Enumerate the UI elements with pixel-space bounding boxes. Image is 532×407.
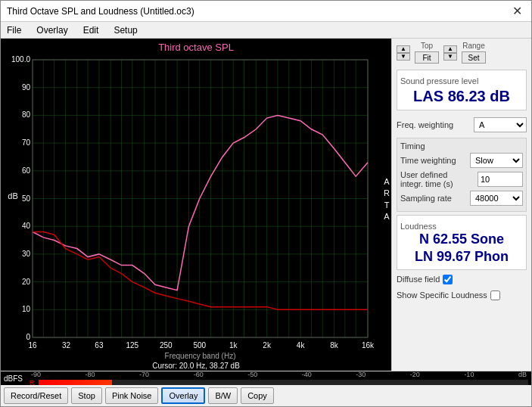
time-weighting-row: Time weighting Slow Fast Impulse xyxy=(400,153,523,168)
bw-button[interactable]: B/W xyxy=(208,387,238,404)
loudness-phon: LN 99.67 Phon xyxy=(400,248,523,266)
record-reset-button[interactable]: Record/Reset xyxy=(4,387,68,404)
sampling-rate-label: Sampling rate xyxy=(400,194,452,203)
cursor-info: Cursor: 20.0 Hz, 38.27 dB xyxy=(1,361,391,371)
spl-section-label: Sound pressure level xyxy=(400,76,523,85)
chart-container: Third octave SPL A R T A xyxy=(1,39,391,361)
stop-button[interactable]: Stop xyxy=(71,387,102,404)
level-bar-r xyxy=(39,380,528,385)
copy-button[interactable]: Copy xyxy=(241,387,274,404)
freq-weighting-row: Freq. weighting A B C Z xyxy=(397,117,527,132)
spectrum-chart xyxy=(1,39,383,361)
diffuse-field-checkbox[interactable] xyxy=(443,275,453,284)
top-down-button[interactable]: ▼ xyxy=(397,53,410,61)
diffuse-field-label: Diffuse field xyxy=(397,275,440,284)
loudness-title: Loudness xyxy=(400,222,523,231)
overlay-button[interactable]: Overlay xyxy=(161,387,205,404)
freq-weighting-select[interactable]: A B C Z xyxy=(474,117,527,132)
top-label: Top xyxy=(421,42,433,50)
time-weighting-label: Time weighting xyxy=(400,156,456,165)
level-dbfs-label: dBFS xyxy=(4,374,26,383)
range-up-button[interactable]: ▲ xyxy=(443,45,457,53)
show-specific-row: Show Specific Loudness xyxy=(397,290,527,300)
top-spinners: ▲ ▼ xyxy=(397,45,410,61)
chart-area: Third octave SPL A R T A Cursor: 20.0 Hz… xyxy=(1,39,391,371)
window-title: Third Octave SPL and Loudness (Untitled.… xyxy=(7,6,194,17)
fit-button[interactable]: Fit xyxy=(415,51,439,64)
show-specific-label: Show Specific Loudness xyxy=(397,290,487,300)
sampling-rate-select[interactable]: 44100 48000 96000 xyxy=(470,191,523,206)
main-area: Third octave SPL A R T A Cursor: 20.0 Hz… xyxy=(1,39,531,371)
main-window: Third Octave SPL and Loudness (Untitled.… xyxy=(0,0,532,407)
chart-right-label: A R T A xyxy=(384,176,390,223)
top-up-button[interactable]: ▲ xyxy=(397,45,410,53)
menu-file[interactable]: File xyxy=(4,23,24,37)
close-button[interactable]: ✕ xyxy=(509,4,525,18)
time-weighting-select[interactable]: Slow Fast Impulse xyxy=(470,153,523,168)
range-spinners: ▲ ▼ xyxy=(443,45,457,61)
level-meter: dBFS -90 -80 -70 -60 -50 -40 -30 -20 -10… xyxy=(1,371,531,385)
user-defined-row: User defined integr. time (s) xyxy=(400,170,523,188)
timing-section: Timing Time weighting Slow Fast Impulse … xyxy=(397,138,527,212)
bottom-area: dBFS -90 -80 -70 -60 -50 -40 -30 -20 -10… xyxy=(1,371,531,406)
menu-setup[interactable]: Setup xyxy=(110,23,140,37)
timing-title: Timing xyxy=(400,141,523,151)
menu-edit[interactable]: Edit xyxy=(80,23,102,37)
loudness-section: Loudness N 62.55 Sone LN 99.67 Phon xyxy=(397,215,527,270)
freq-weighting-label: Freq. weighting xyxy=(397,120,453,129)
title-bar: Third Octave SPL and Loudness (Untitled.… xyxy=(1,1,531,22)
axis-controls: ▲ ▼ Top Fit ▲ ▼ Range Set xyxy=(397,42,527,64)
range-down-button[interactable]: ▼ xyxy=(443,53,457,61)
pink-noise-button[interactable]: Pink Noise xyxy=(105,387,159,404)
range-label: Range xyxy=(462,42,484,50)
spl-section: Sound pressure level LAS 86.23 dB xyxy=(397,70,527,110)
user-defined-input[interactable] xyxy=(478,172,523,187)
chart-title: Third octave SPL xyxy=(1,42,391,53)
set-button[interactable]: Set xyxy=(462,51,486,64)
diffuse-field-row: Diffuse field xyxy=(397,275,527,284)
level-indicator-r xyxy=(39,380,112,385)
loudness-sone: N 62.55 Sone xyxy=(400,231,523,248)
spl-value: LAS 86.23 dB xyxy=(400,87,523,105)
menu-bar: File Overlay Edit Setup xyxy=(1,22,531,39)
user-defined-label: User defined integr. time (s) xyxy=(400,170,468,188)
show-specific-checkbox[interactable] xyxy=(490,290,500,300)
sampling-rate-row: Sampling rate 44100 48000 96000 xyxy=(400,191,523,206)
button-row: Record/Reset Stop Pink Noise Overlay B/W… xyxy=(1,385,531,406)
menu-overlay[interactable]: Overlay xyxy=(33,23,70,37)
right-panel: ▲ ▼ Top Fit ▲ ▼ Range Set Sound press xyxy=(391,39,531,371)
